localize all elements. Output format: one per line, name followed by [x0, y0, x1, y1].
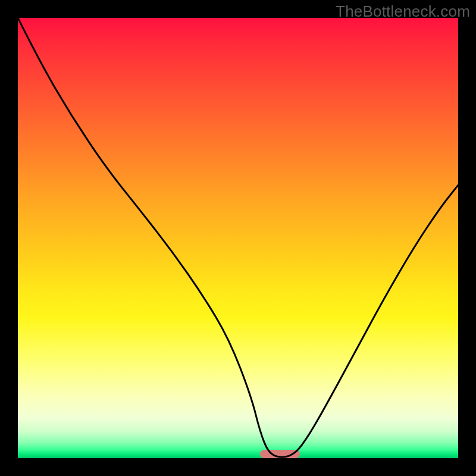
curve-path: [18, 18, 458, 457]
chart-frame: TheBottleneck.com: [0, 0, 476, 476]
bottleneck-curve: [18, 18, 458, 458]
plot-area: [18, 18, 458, 458]
